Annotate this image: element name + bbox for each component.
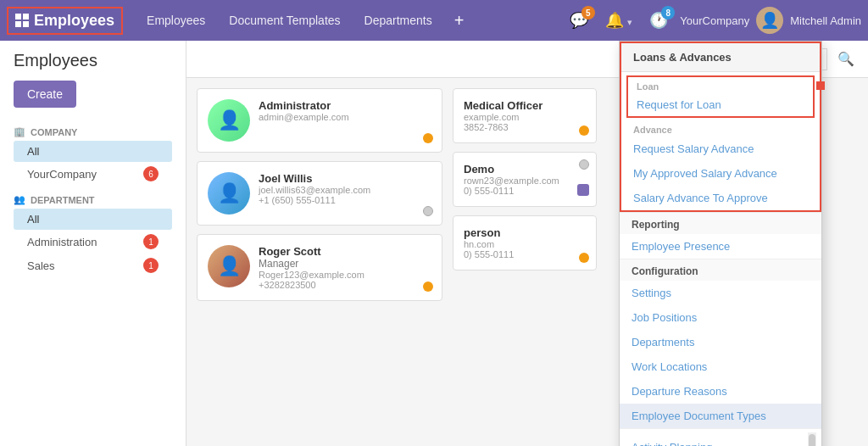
dropdown-job-positions[interactable]: Job Positions xyxy=(620,305,821,330)
clock-badge[interactable]: 🕐 8 xyxy=(644,8,673,33)
employee-title: Manager xyxy=(259,258,431,270)
company-section: 🏢 COMPANY All YourCompany 6 xyxy=(0,121,186,189)
dropdown-loans-header: Loans & Advances xyxy=(621,43,820,72)
search-btn[interactable]: 🔍 xyxy=(834,47,858,70)
bell-icon: 🔔 xyxy=(605,12,624,29)
nav-right: 💬 5 🔔 ▾ 🕐 8 YourCompany 👤 Mitchell Admin xyxy=(565,7,861,34)
app-logo[interactable]: Employees xyxy=(7,7,123,35)
main-container: Employees Create 🏢 COMPANY All YourCompa… xyxy=(0,41,868,446)
department-section-title: 👥 DEPARTMENT xyxy=(14,194,172,205)
advance-subsection-label: Advance xyxy=(621,120,820,137)
sidebar-company-yourcompany[interactable]: YourCompany 6 xyxy=(14,162,172,186)
dropdown-work-locations[interactable]: Work Locations xyxy=(620,354,821,379)
user-name[interactable]: Mitchell Admin xyxy=(790,14,861,27)
dropdown-departments[interactable]: Departments xyxy=(620,330,821,354)
employee-photo-administrator: 👤 xyxy=(208,99,250,142)
top-navigation: Employees Employees Document Templates D… xyxy=(0,0,868,41)
dropdown-employee-doc-types[interactable]: Employee Document Types xyxy=(620,404,821,428)
employee-info-roger: Roger Scott Manager Roger123@example.com… xyxy=(259,245,431,290)
partial-card-1[interactable]: Medical Officer example.com 3852-7863 xyxy=(453,88,597,143)
company-icon: 🏢 xyxy=(14,126,25,137)
sales-count-badge: 1 xyxy=(143,258,159,273)
status-dot xyxy=(579,253,589,263)
sidebar-dept-all[interactable]: All xyxy=(14,209,172,230)
grid-icon xyxy=(15,14,29,27)
dropdown-departure-reasons[interactable]: Departure Reasons xyxy=(620,379,821,404)
user-avatar[interactable]: 👤 xyxy=(756,7,783,34)
employee-card-roger[interactable]: 👤 Roger Scott Manager Roger123@example.c… xyxy=(197,234,442,301)
dropdown-config-header: Configuration xyxy=(620,259,821,281)
nav-departments[interactable]: Departments xyxy=(354,8,442,32)
nav-menu: Employees Document Templates Departments… xyxy=(136,8,565,34)
notifications-badge[interactable]: 🔔 ▾ xyxy=(600,8,637,33)
dropdown-scrollbar[interactable] xyxy=(808,432,816,446)
admin-count-badge: 1 xyxy=(143,234,159,249)
dropdown-request-loan[interactable]: Request for Loan xyxy=(628,93,813,116)
employee-name: Administrator xyxy=(259,99,431,112)
employee-cards-right: Medical Officer example.com 3852-7863 De… xyxy=(453,88,597,301)
employee-name: Joel Willis xyxy=(259,172,431,185)
app-name: Employees xyxy=(34,12,114,30)
page-title: Employees xyxy=(0,51,186,81)
loan-subsection-label: Loan xyxy=(628,77,813,93)
sidebar-dept-administration[interactable]: Administration 1 xyxy=(14,230,172,254)
nav-employees[interactable]: Employees xyxy=(136,8,215,32)
sidebar: Employees Create 🏢 COMPANY All YourCompa… xyxy=(0,41,186,446)
dropdown-request-salary-advance[interactable]: Request Salary Advance xyxy=(621,137,820,161)
employee-phone: +3282823500 xyxy=(259,280,431,290)
department-icon: 👥 xyxy=(14,194,25,205)
chat-bubble-icon xyxy=(577,184,589,196)
nav-plus-btn[interactable]: + xyxy=(446,8,473,34)
dropdown-settings[interactable]: Settings xyxy=(620,281,821,305)
employee-photo-roger: 👤 xyxy=(208,245,250,287)
employee-card-joel[interactable]: 👤 Joel Willis joel.willis63@example.com … xyxy=(197,161,442,226)
employee-info-administrator: Administrator admin@example.com xyxy=(259,99,431,122)
dropdown-menu[interactable]: Loans & Advances Loan Request for Loan A… xyxy=(619,41,822,446)
status-indicator xyxy=(423,206,433,216)
company-name[interactable]: YourCompany xyxy=(680,14,749,27)
status-indicator xyxy=(423,133,433,143)
dropdown-activity-planning[interactable]: Activity Planning xyxy=(625,435,808,447)
employee-name: Roger Scott xyxy=(259,245,431,258)
sidebar-dept-sales[interactable]: Sales 1 xyxy=(14,254,172,277)
status-dot xyxy=(579,159,589,170)
company-count-badge: 6 xyxy=(143,166,159,181)
dropdown-salary-advance-approve[interactable]: Salary Advance To Approve xyxy=(621,186,820,210)
clock-count: 8 xyxy=(661,6,675,20)
employee-photo-joel: 👤 xyxy=(208,172,250,215)
employee-cards-left: 👤 Administrator admin@example.com 👤 Joel… xyxy=(197,88,442,301)
content-area: 1-6 / 6 ‹ › ⊞ ☰ ⊙ 🔍 👤 Administrator admi… xyxy=(186,41,868,446)
employee-info-joel: Joel Willis joel.willis63@example.com +1… xyxy=(259,172,431,205)
nav-document-templates[interactable]: Document Templates xyxy=(219,8,350,32)
status-indicator xyxy=(423,282,433,292)
red-indicator xyxy=(816,81,825,90)
department-section: 👥 DEPARTMENT All Administration 1 Sales … xyxy=(0,189,186,281)
messages-badge[interactable]: 💬 5 xyxy=(565,8,593,33)
company-section-title: 🏢 COMPANY xyxy=(14,126,172,137)
create-button[interactable]: Create xyxy=(14,81,76,108)
employee-email: admin@example.com xyxy=(259,112,431,122)
employee-email: Roger123@example.com xyxy=(259,270,431,280)
dropdown-reporting-header: Reporting xyxy=(620,213,821,234)
employee-email: joel.willis63@example.com xyxy=(259,185,431,195)
status-dot xyxy=(579,125,589,136)
loan-section-highlight: Loan Request for Loan xyxy=(626,75,815,118)
messages-count: 5 xyxy=(581,6,595,20)
sidebar-company-all[interactable]: All xyxy=(14,141,172,162)
partial-card-2[interactable]: Demo rown23@example.com 0) 555-0111 xyxy=(453,152,597,207)
employee-card-administrator[interactable]: 👤 Administrator admin@example.com xyxy=(197,88,442,153)
partial-card-3[interactable]: person hn.com 0) 555-0111 xyxy=(453,215,597,270)
employee-phone: +1 (650) 555-0111 xyxy=(259,195,431,205)
dropdown-approved-salary-advance[interactable]: My Approved Salary Advance xyxy=(621,161,820,186)
dropdown-employee-presence[interactable]: Employee Presence xyxy=(620,234,821,259)
